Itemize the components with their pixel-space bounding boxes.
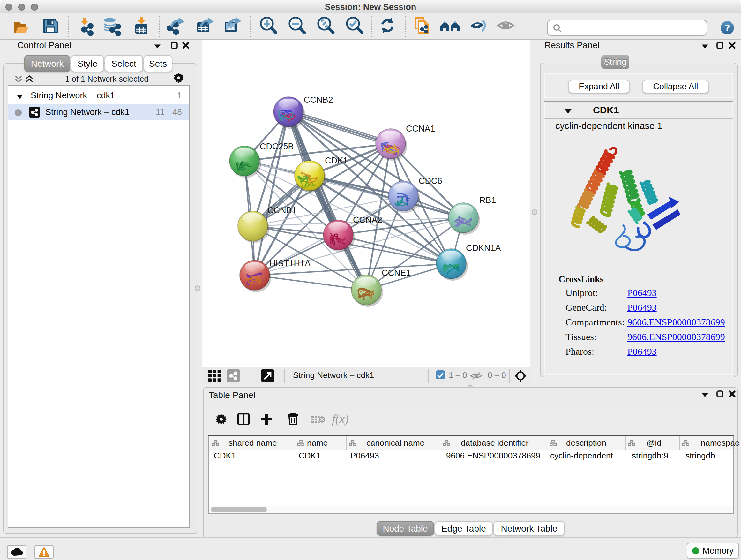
svg-text:CCNE1: CCNE1: [382, 268, 411, 278]
svg-text:CCNB1: CCNB1: [267, 206, 297, 215]
svg-text:CDKN1A: CDKN1A: [466, 243, 501, 253]
svg-text:CDC6: CDC6: [419, 176, 442, 186]
svg-text:CCNA2: CCNA2: [353, 215, 382, 225]
svg-text:RB1: RB1: [479, 195, 496, 205]
svg-text:CCNB2: CCNB2: [304, 95, 333, 105]
svg-text:HIST1H1A: HIST1H1A: [269, 259, 311, 268]
svg-text:CCNA1: CCNA1: [406, 124, 435, 133]
svg-text:CDC25B: CDC25B: [260, 142, 294, 151]
svg-text:CDK1: CDK1: [325, 156, 348, 165]
